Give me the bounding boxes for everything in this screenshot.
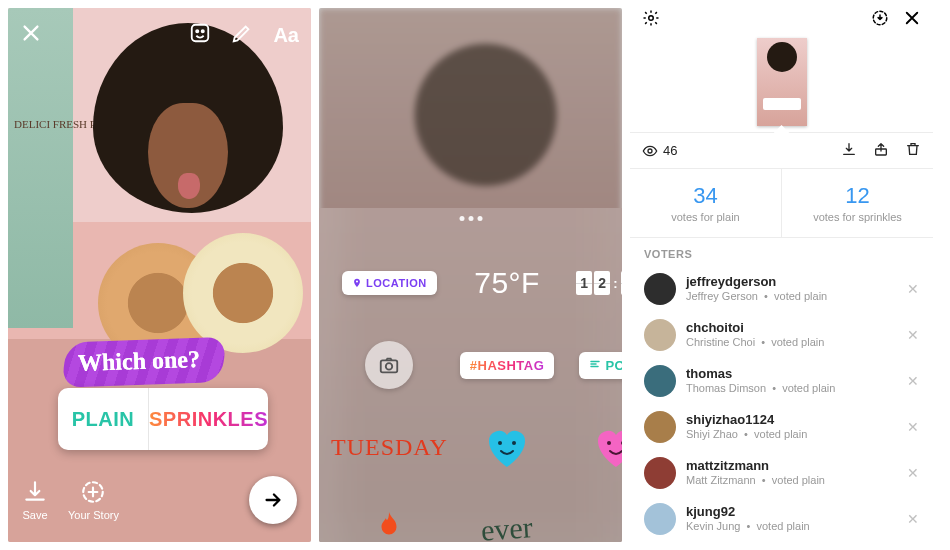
voter-avatar [644,273,676,305]
svg-point-7 [512,441,516,445]
day-sticker[interactable]: TUESDAY [331,434,448,461]
poll-question-text[interactable]: Which one? [78,346,201,377]
story-thumbnail-area [630,33,933,133]
svg-point-1 [197,30,199,32]
storefront-decor [8,8,73,328]
voter-meta: mattzitzmannMatt Zitzmann • voted plain [686,458,825,488]
remove-voter-icon[interactable]: ✕ [907,327,919,343]
remove-voter-icon[interactable]: ✕ [907,373,919,389]
voter-row[interactable]: chchoitoiChristine Choi • voted plain✕ [630,312,933,358]
voter-row[interactable]: thomasThomas Dimson • voted plain✕ [630,358,933,404]
camera-sticker[interactable] [365,341,413,389]
remove-voter-icon[interactable]: ✕ [907,511,919,527]
vote-col-plain[interactable]: 34 votes for plain [630,169,781,237]
vote-summary: 34 votes for plain 12 votes for sprinkle… [630,169,933,238]
voter-row[interactable]: shiyizhao1124Shiyi Zhao • voted plain✕ [630,404,933,450]
vote-sprinkles-label: votes for sprinkles [786,211,929,223]
editor-bottom-bar: Save Your Story [22,470,297,530]
story-thumbnail[interactable] [757,38,807,126]
hashtag-sticker-label: #HASHTAG [470,358,545,373]
poll-option-one[interactable]: PLAIN [58,388,149,450]
voter-meta: kjung92Kevin Jung • voted plain [686,504,810,534]
svg-point-5 [386,363,392,369]
vote-sprinkles-count: 12 [786,183,929,209]
your-story-button[interactable]: Your Story [68,479,119,521]
save-story-icon[interactable] [871,9,889,31]
voter-subline: Christine Choi • voted plain [686,336,824,350]
voter-meta: shiyizhao1124Shiyi Zhao • voted plain [686,412,807,442]
voter-username: mattzitzmann [686,458,825,474]
heart-sticker-pink[interactable] [592,425,622,469]
clock-sticker[interactable]: 1 2 : 3 4 [566,265,622,301]
poll-lines-icon [589,358,601,373]
voter-username: thomas [686,366,835,382]
poll-results-panel: 46 34 votes for plain 12 votes for sprin… [630,8,933,542]
sticker-tray-panel: LOCATION 75°F 1 2 : 3 4 #HASHTAG POLL [319,8,622,542]
voter-subline: Thomas Dimson • voted plain [686,382,835,396]
view-count: 46 [642,143,677,159]
temperature-sticker[interactable]: 75°F [464,260,550,306]
clock-digit: 2 [594,271,610,295]
clock-digit: 3 [621,271,622,295]
sticker-grid: LOCATION 75°F 1 2 : 3 4 #HASHTAG POLL [319,238,622,542]
remove-voter-icon[interactable]: ✕ [907,465,919,481]
sticker-tray[interactable]: LOCATION 75°F 1 2 : 3 4 #HASHTAG POLL [319,208,622,542]
story-stats-bar: 46 [630,133,933,169]
tray-handle[interactable] [459,216,482,221]
voter-meta: jeffreydgersonJeffrey Gerson • voted pla… [686,274,827,304]
svg-point-2 [202,30,204,32]
voter-subline: Shiyi Zhao • voted plain [686,428,807,442]
cursive-sticker[interactable]: ever [480,510,534,542]
results-top-bar [630,8,933,33]
poll-sticker-label: POLL [605,358,622,373]
delete-icon[interactable] [905,141,921,160]
svg-rect-0 [192,25,209,42]
editor-tools: Aa [189,22,299,48]
remove-voter-icon[interactable]: ✕ [907,281,919,297]
heart-sticker-blue[interactable] [483,425,531,469]
vote-plain-label: votes for plain [634,211,777,223]
save-button[interactable]: Save [22,479,48,521]
voter-avatar [644,365,676,397]
poll-sticker[interactable]: PLAIN SPRINKLES [58,388,268,450]
voter-row[interactable]: jeffreydgersonJeffrey Gerson • voted pla… [630,266,933,312]
hashtag-sticker[interactable]: #HASHTAG [460,352,555,379]
voter-row[interactable]: mattzitzmannMatt Zitzmann • voted plain✕ [630,450,933,496]
voter-avatar [644,319,676,351]
poll-option-two[interactable]: SPRINKLES [149,388,268,450]
send-button[interactable] [249,476,297,524]
share-icon[interactable] [873,141,889,160]
voter-meta: chchoitoiChristine Choi • voted plain [686,320,824,350]
download-icon[interactable] [841,141,857,160]
voter-username: shiyizhao1124 [686,412,807,428]
close-results-icon[interactable] [903,9,921,31]
remove-voter-icon[interactable]: ✕ [907,419,919,435]
voter-avatar [644,457,676,489]
clock-digit: 1 [576,271,592,295]
location-sticker-label: LOCATION [366,277,427,289]
voter-subline: Jeffrey Gerson • voted plain [686,290,827,304]
location-sticker[interactable]: LOCATION [342,271,437,295]
draw-tool-icon[interactable] [231,22,253,48]
poll-sticker-option[interactable]: POLL [579,352,622,379]
voter-row[interactable]: kjung92Kevin Jung • voted plain✕ [630,496,933,542]
svg-rect-4 [381,360,398,372]
close-icon[interactable] [20,22,42,48]
svg-point-10 [649,16,654,21]
sticker-tool-icon[interactable] [189,22,211,48]
settings-icon[interactable] [642,9,660,31]
photo-tongue [178,173,200,199]
text-tool-icon[interactable]: Aa [273,24,299,47]
voter-username: jeffreydgerson [686,274,827,290]
flame-sticker[interactable] [371,509,407,542]
vote-col-sprinkles[interactable]: 12 votes for sprinkles [781,169,933,237]
voter-subline: Kevin Jung • voted plain [686,520,810,534]
story-editor-panel: DELICI FRESH PIES Every Which one? PLAIN… [8,8,311,542]
vote-plain-count: 34 [634,183,777,209]
voter-username: kjung92 [686,504,810,520]
voter-subline: Matt Zitzmann • voted plain [686,474,825,488]
save-label: Save [22,509,47,521]
voter-avatar [644,503,676,535]
editor-top-bar: Aa [20,20,299,50]
voter-meta: thomasThomas Dimson • voted plain [686,366,835,396]
